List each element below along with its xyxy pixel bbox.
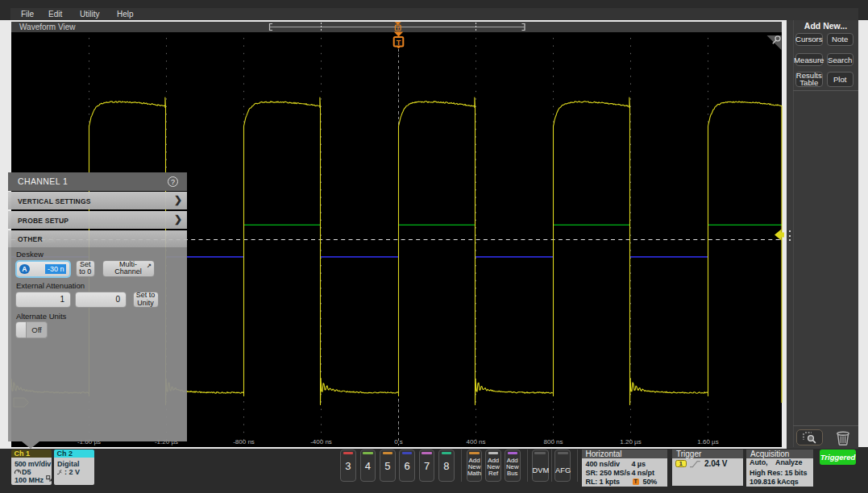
svg-text:800 ns: 800 ns xyxy=(543,438,563,445)
svg-text:-400 ns: -400 ns xyxy=(310,438,332,445)
svg-text:1.20 µs: 1.20 µs xyxy=(620,438,641,445)
svg-text:T: T xyxy=(397,26,400,31)
svg-text:T: T xyxy=(397,39,401,47)
svg-text:1.60 µs: 1.60 µs xyxy=(697,438,718,445)
svg-text:-800 ns: -800 ns xyxy=(233,438,255,445)
svg-text:400 ns: 400 ns xyxy=(466,438,485,445)
svg-text:0 s: 0 s xyxy=(394,438,403,445)
